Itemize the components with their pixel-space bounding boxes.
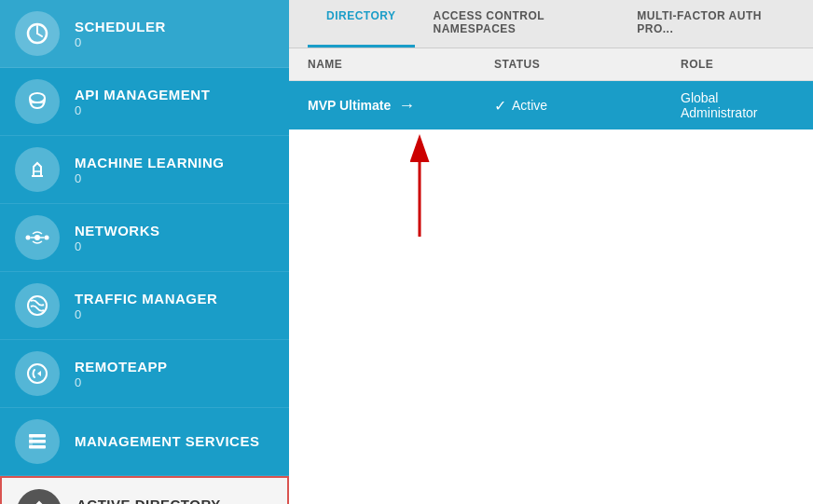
remoteapp-count: 0 [75, 375, 168, 389]
machine-learning-label: MACHINE LEARNING [75, 155, 225, 170]
sidebar-item-management-services[interactable]: MANAGEMENT SERVICES [0, 408, 289, 476]
remoteapp-text: REMOTEAPP 0 [75, 359, 168, 389]
table-header: NAME STATUS ROLE [289, 48, 813, 81]
active-directory-label: ACTIVE DIRECTORY [76, 497, 221, 505]
machine-learning-icon [15, 147, 60, 192]
remoteapp-icon [15, 351, 60, 396]
sidebar-item-networks[interactable]: NETWORKS 0 [0, 204, 289, 272]
traffic-manager-label: TRAFFIC MANAGER [75, 291, 217, 306]
sidebar-item-machine-learning[interactable]: MACHINE LEARNING 0 [0, 136, 289, 204]
api-management-text: API MANAGEMENT 0 [75, 87, 210, 117]
sidebar-item-remoteapp[interactable]: REMOTEAPP 0 [0, 340, 289, 408]
row-arrow-icon: → [398, 96, 415, 116]
table-row[interactable]: MVP Ultimate → ✓ Active Global Administr… [289, 81, 813, 129]
scheduler-count: 0 [75, 35, 166, 49]
tab-bar: DIRECTORY ACCESS CONTROL NAMESPACES MULT… [289, 0, 813, 48]
networks-icon [15, 215, 60, 260]
sidebar-item-scheduler[interactable]: SCHEDULER 0 [0, 0, 289, 68]
sidebar-item-api-management[interactable]: API MANAGEMENT 0 [0, 68, 289, 136]
networks-label: NETWORKS [75, 223, 160, 238]
sidebar-item-traffic-manager[interactable]: TRAFFIC MANAGER 0 [0, 272, 289, 340]
machine-learning-text: MACHINE LEARNING 0 [75, 155, 225, 185]
main-content: DIRECTORY ACCESS CONTROL NAMESPACES MULT… [289, 0, 813, 504]
svg-point-8 [26, 236, 31, 240]
management-services-text: MANAGEMENT SERVICES [75, 433, 259, 450]
networks-text: NETWORKS 0 [75, 223, 160, 253]
svg-point-7 [34, 235, 40, 240]
active-directory-text: ACTIVE DIRECTORY 1 [76, 497, 221, 505]
sidebar: SCHEDULER 0 API MANAGEMENT 0 MACHI [0, 0, 289, 504]
traffic-manager-icon [15, 283, 60, 328]
management-services-icon [15, 419, 60, 464]
management-services-label: MANAGEMENT SERVICES [75, 433, 259, 449]
svg-point-3 [30, 93, 45, 102]
networks-count: 0 [75, 239, 160, 253]
content-area: NAME STATUS ROLE MVP Ultimate → ✓ Active… [289, 48, 813, 504]
api-management-label: API MANAGEMENT [75, 87, 210, 102]
active-directory-icon [17, 489, 62, 504]
api-management-icon [15, 79, 60, 124]
scheduler-label: SCHEDULER [75, 19, 166, 34]
traffic-manager-count: 0 [75, 307, 217, 321]
scheduler-text: SCHEDULER 0 [75, 19, 166, 49]
tab-directory[interactable]: DIRECTORY [308, 0, 415, 48]
red-arrow-annotation [392, 134, 448, 246]
scheduler-icon [15, 11, 60, 56]
api-management-count: 0 [75, 103, 210, 117]
machine-learning-count: 0 [75, 171, 225, 185]
column-status-header: STATUS [494, 58, 681, 71]
row-role-value: Global Administrator [681, 90, 757, 120]
svg-point-9 [45, 236, 49, 240]
row-status-cell: ✓ Active [494, 97, 681, 115]
row-role-cell: Global Administrator [681, 90, 794, 120]
annotation-area [289, 129, 813, 251]
check-icon: ✓ [494, 97, 506, 115]
column-name-header: NAME [308, 58, 494, 71]
remoteapp-label: REMOTEAPP [75, 359, 168, 375]
row-name-cell: MVP Ultimate → [308, 96, 494, 116]
column-role-header: ROLE [681, 58, 794, 71]
svg-rect-17 [29, 434, 33, 448]
tab-access-control[interactable]: ACCESS CONTROL NAMESPACES [415, 0, 619, 48]
sidebar-item-active-directory[interactable]: ACTIVE DIRECTORY 1 [0, 476, 289, 504]
svg-line-2 [37, 34, 42, 36]
row-status-value: Active [512, 98, 547, 113]
tab-multi-factor[interactable]: MULTI-FACTOR AUTH PRO... [618, 0, 794, 48]
traffic-manager-text: TRAFFIC MANAGER 0 [75, 291, 217, 321]
row-name-value: MVP Ultimate [308, 98, 391, 113]
